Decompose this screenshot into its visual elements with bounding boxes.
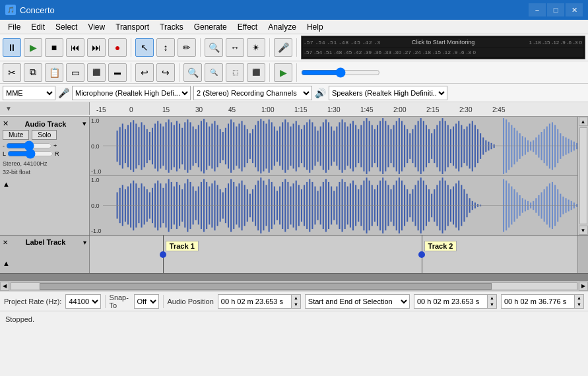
svg-rect-134 [477,129,478,163]
menu-view[interactable]: View [82,21,110,33]
time-field-3[interactable]: 00 h 02 m 36.776 s [502,295,574,308]
input-device-select[interactable]: Microphone (Realtek High Defi... [72,86,191,100]
multi-tool-button[interactable]: ✴ [247,38,265,57]
time-input-2[interactable]: 00 h 02 m 23.653 s ▲ ▼ [414,294,497,309]
redo-button[interactable]: ↪ [156,63,175,82]
svg-rect-59 [274,127,275,166]
svg-rect-44 [233,122,234,170]
channels-select[interactable]: 2 (Stereo) Recording Channels [193,86,312,100]
pan-slider[interactable] [7,150,53,157]
menu-edit[interactable]: Edit [26,21,50,33]
solo-button[interactable]: Solo [32,130,57,140]
label-track-close[interactable]: ✕ [3,239,8,246]
selection-type-select[interactable]: Start and End of Selection [305,294,410,309]
v-scrollbar[interactable]: ▲ ▼ [577,117,588,235]
time-field-2[interactable]: 00 h 02 m 23.653 s [414,295,487,308]
minimize-button[interactable]: − [529,3,546,16]
menu-tracks[interactable]: Tracks [154,21,189,33]
vu-meter[interactable]: -57 -54 -51 -48 -45 -42 -3 Click to Star… [301,36,585,59]
ruler-label-0: 0 [129,106,133,113]
menu-transport[interactable]: Transport [110,21,154,33]
skip-back-button[interactable]: ⏮ [66,38,84,57]
svg-rect-164 [566,137,567,154]
waveform-top-channel: 1.0 0.0 -1.0 [90,117,577,176]
timeshift-tool-button[interactable]: ↔ [226,38,244,57]
svg-rect-138 [488,142,489,151]
time-spin-down-3[interactable]: ▼ [574,301,583,308]
audio-waveform-area[interactable]: 1.0 0.0 -1.0 [90,117,577,235]
time-input-1[interactable]: 00 h 02 m 23.653 s ▲ ▼ [218,294,301,309]
y-label-top-2: 1.0 [91,177,100,183]
svg-rect-101 [387,125,389,168]
v-scroll-up-btn[interactable]: ▲ [579,117,588,126]
cut-button[interactable]: ✂ [3,63,21,82]
svg-rect-140 [494,144,495,148]
copy-button[interactable]: ⧉ [24,63,42,82]
trim-button[interactable]: ⬛ [87,63,106,82]
h-scroll-track[interactable] [11,282,577,290]
svg-rect-46 [238,123,240,168]
time-spin-down-2[interactable]: ▼ [487,301,496,308]
menu-select[interactable]: Select [50,21,82,33]
svg-rect-10 [141,122,143,170]
v-scroll-down-btn[interactable]: ▼ [579,226,588,235]
label-track-dropdown[interactable]: ▾ [83,239,86,246]
zoom-tool-button[interactable]: 🔍 [205,38,223,57]
zoom-sel-button[interactable]: ⬚ [226,63,244,82]
play-green-button[interactable]: ▶ [274,63,292,82]
paste-button[interactable]: 📋 [45,63,63,82]
zoom-fit-button[interactable]: ⬛ [247,63,265,82]
gain-minus: - [3,142,5,149]
silence2-button[interactable]: ▬ [108,63,127,82]
mute-button[interactable]: Mute [3,130,29,140]
project-rate-select[interactable]: 44100 [65,294,100,309]
zoom-out-button[interactable]: 🔍 [205,63,223,82]
label-track-expand[interactable]: ▲ [3,259,86,267]
menu-effect[interactable]: Effect [232,21,263,33]
svg-rect-92 [363,121,364,171]
svg-rect-158 [549,123,550,168]
audio-track-dropdown[interactable]: ▾ [82,119,86,128]
playback-speed-slider[interactable] [301,69,380,77]
mic-button[interactable]: 🎤 [274,38,292,57]
pause-button[interactable]: ⏸ [3,38,21,57]
time-input-3[interactable]: 00 h 02 m 36.776 s ▲ ▼ [501,294,584,309]
svg-rect-127 [458,121,459,171]
skip-forward-button[interactable]: ⏭ [87,38,106,57]
svg-rect-94 [369,121,370,171]
menu-analyze[interactable]: Analyze [263,21,302,33]
menu-generate[interactable]: Generate [189,21,232,33]
zoom-in-button[interactable]: 🔍 [183,63,202,82]
audio-track-close[interactable]: ✕ [3,119,9,128]
close-button[interactable]: ✕ [566,3,583,16]
silence-button[interactable]: ▭ [66,63,84,82]
svg-rect-27 [187,119,188,173]
output-device-select[interactable]: Speakers (Realtek High Definiti... [329,86,447,100]
menu-file[interactable]: File [3,21,26,33]
draw-tool-button[interactable]: ✏ [178,38,196,57]
svg-rect-84 [342,119,343,173]
select-tool-button[interactable]: ↖ [135,38,154,57]
time-spin-down-1[interactable]: ▼ [291,301,300,308]
play-button[interactable]: ▶ [24,38,42,57]
time-spin-up-2[interactable]: ▲ [487,295,496,301]
envelope-tool-button[interactable]: ↕ [156,38,175,57]
svg-rect-4 [125,129,126,163]
snap-to-select[interactable]: Off [134,294,159,309]
audio-track-info: Stereo, 44100Hz 32-bit float [3,160,86,176]
h-scroll-left-btn[interactable]: ◀ [0,282,9,291]
menu-help[interactable]: Help [302,21,329,33]
record-button[interactable]: ● [108,38,127,57]
time-spin-up-1[interactable]: ▲ [291,295,300,301]
maximize-button[interactable]: □ [547,3,564,16]
time-spin-up-3[interactable]: ▲ [574,295,583,301]
stop-button[interactable]: ■ [45,38,63,57]
h-scroll-right-btn[interactable]: ▶ [579,282,588,291]
svg-rect-100 [385,121,386,171]
undo-button[interactable]: ↩ [135,63,154,82]
audio-track-expand[interactable]: ▲ [3,180,86,188]
audio-host-select[interactable]: MME [3,86,55,100]
waveform-bottom-channel: 1.0 0.0 -1.0 [90,176,577,235]
time-field-1[interactable]: 00 h 02 m 23.653 s [218,295,291,308]
svg-rect-61 [279,127,280,166]
